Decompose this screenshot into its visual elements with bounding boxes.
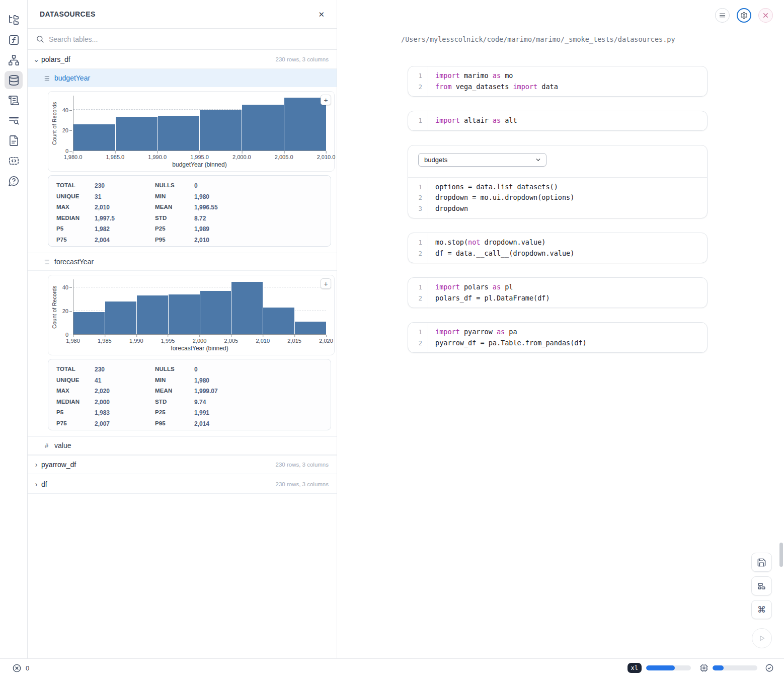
stat-label: P5 [56, 409, 95, 416]
list-column-type-icon [43, 75, 50, 82]
code-cell[interactable]: 1import altair as alt [408, 111, 708, 131]
table-search-panel-icon[interactable] [5, 111, 23, 129]
dependency-graph-icon[interactable] [5, 51, 23, 69]
line-number: 1 [408, 327, 428, 338]
run-all-button[interactable] [752, 628, 772, 648]
help-panel-icon[interactable] [5, 172, 23, 190]
y-tick-label: 20 [62, 127, 68, 133]
list-column-type-icon [43, 259, 50, 265]
play-icon [757, 634, 766, 643]
size-badge[interactable]: xl [628, 663, 642, 673]
code-area[interactable]: 1import altair as alt [408, 111, 707, 130]
stat-label: NULLS [155, 182, 194, 189]
stat-value: 1,980 [194, 377, 323, 384]
snippets-panel-icon[interactable] [5, 152, 23, 170]
close-icon[interactable]: ✕ [318, 11, 325, 18]
chevron-down-icon [535, 157, 541, 163]
menu-button[interactable] [715, 8, 730, 23]
error-count: 0 [26, 664, 29, 672]
stat-label: P25 [155, 225, 194, 233]
chevron-right-icon: › [32, 480, 41, 488]
scrollbar-thumb[interactable] [779, 543, 783, 567]
cells-column: 1import marimo as mo2from vega_datasets … [408, 66, 708, 367]
stat-value: 1,982 [95, 225, 155, 233]
stat-value: 1,996.55 [194, 204, 323, 211]
line-number: 1 [408, 237, 428, 248]
resource-meters: xl [628, 663, 774, 673]
code-cell[interactable]: 1mo.stop(not dropdown.value)2df = data._… [408, 233, 708, 263]
code-text: import altair as alt [428, 115, 517, 126]
stat-label: P75 [56, 420, 95, 427]
budgetYear-stats: TOTAL230NULLS0UNIQUE31MIN1,980MAX2,010ME… [48, 175, 331, 247]
logs-panel-icon[interactable] [5, 91, 23, 109]
x-tick-label: 2,000 [193, 338, 207, 344]
line-number: 2 [408, 248, 428, 259]
code-area[interactable]: 1import polars as pl2polars_df = pl.Data… [408, 278, 707, 308]
histogram-bar [284, 98, 326, 151]
code-cell[interactable]: 1import pyarrow as pa2pyarrow_df = pa.Ta… [408, 322, 708, 353]
column-row-value[interactable]: # value [28, 436, 337, 455]
stat-value: 1,999.07 [194, 388, 323, 395]
table-row-pyarrow-df[interactable]: › pyarrow_df 230 rows, 3 columns [28, 455, 337, 474]
datasources-panel-icon[interactable] [5, 71, 23, 89]
code-area[interactable]: 1import marimo as mo2from vega_datasets … [408, 66, 707, 96]
file-tree-icon[interactable] [5, 11, 23, 29]
code-area[interactable]: 1mo.stop(not dropdown.value)2df = data._… [408, 233, 707, 263]
stat-label: UNIQUE [56, 193, 95, 200]
stat-label: P95 [155, 237, 194, 244]
code-cell[interactable]: 1import marimo as mo2from vega_datasets … [408, 66, 708, 97]
settings-button[interactable] [737, 8, 751, 23]
keyboard-shortcuts-button[interactable]: ⌘ [751, 600, 772, 619]
column-name: budgetYear [54, 74, 90, 82]
panel-title: DATASOURCES [40, 10, 96, 18]
shutdown-button[interactable] [758, 8, 773, 23]
stat-value: 1,983 [95, 409, 155, 416]
code-cell[interactable]: 1import polars as pl2polars_df = pl.Data… [408, 277, 708, 308]
function-panel-icon[interactable] [5, 31, 23, 49]
stat-label: STD [155, 215, 194, 222]
documentation-panel-icon[interactable] [5, 131, 23, 149]
line-number: 1 [408, 282, 428, 293]
code-area[interactable]: 1import pyarrow as pa2pyarrow_df = pa.Ta… [408, 323, 707, 352]
layout-toggle-button[interactable] [751, 576, 772, 595]
layout-icon [757, 581, 766, 591]
y-tick-label: 40 [62, 107, 68, 113]
stat-label: P5 [56, 225, 95, 233]
plot-area [73, 279, 326, 335]
stat-value: 0 [194, 366, 323, 373]
line-number: 2 [408, 293, 428, 304]
x-tick-label: 1,990 [129, 338, 143, 344]
expand-chart-button[interactable]: + [321, 278, 331, 289]
stat-label: UNIQUE [56, 377, 95, 384]
cell-output: budgets [408, 145, 707, 178]
table-name: df [41, 480, 47, 488]
histogram-bar [116, 117, 158, 151]
x-axis: 1,980.01,985.01,990.01,995.02,000.02,005… [73, 153, 326, 160]
stat-value: 2,000 [95, 399, 155, 406]
stat-label: MAX [56, 204, 95, 211]
save-button[interactable] [751, 553, 772, 572]
code-area[interactable]: 1options = data.list_datasets()2dropdown… [408, 178, 707, 218]
line-number: 1 [408, 115, 428, 126]
cpu-meter [713, 665, 757, 670]
table-row-polars-df[interactable]: ⌄ polars_df 230 rows, 3 columns [28, 50, 337, 69]
stat-label: MIN [155, 377, 194, 384]
file-path[interactable]: /Users/mylesscolnick/code/marimo/marimo/… [401, 35, 675, 43]
column-row-budgetYear[interactable]: budgetYear [28, 69, 337, 87]
connected-status-icon[interactable] [765, 663, 774, 672]
column-row-forecastYear[interactable]: forecastYear [28, 253, 337, 271]
table-row-df[interactable]: › df 230 rows, 3 columns [28, 475, 337, 494]
search-input[interactable] [49, 35, 329, 43]
stat-value: 2,010 [95, 204, 155, 211]
stat-label: MAX [56, 388, 95, 395]
stat-value: 1,997.5 [95, 215, 155, 222]
code-cell[interactable]: budgets 1options = data.list_datasets()2… [408, 145, 708, 219]
stat-value: 2,020 [95, 388, 155, 395]
expand-chart-button[interactable]: + [321, 95, 331, 105]
dataset-dropdown[interactable]: budgets [418, 153, 546, 167]
x-tick-label: 2,020 [319, 338, 333, 344]
code-text: polars_df = pl.DataFrame(df) [428, 293, 550, 304]
app: DATASOURCES ✕ ⌄ polars_df 230 rows, 3 co… [0, 0, 784, 677]
error-indicator[interactable]: 0 [12, 663, 29, 673]
stat-value: 2,007 [95, 420, 155, 427]
